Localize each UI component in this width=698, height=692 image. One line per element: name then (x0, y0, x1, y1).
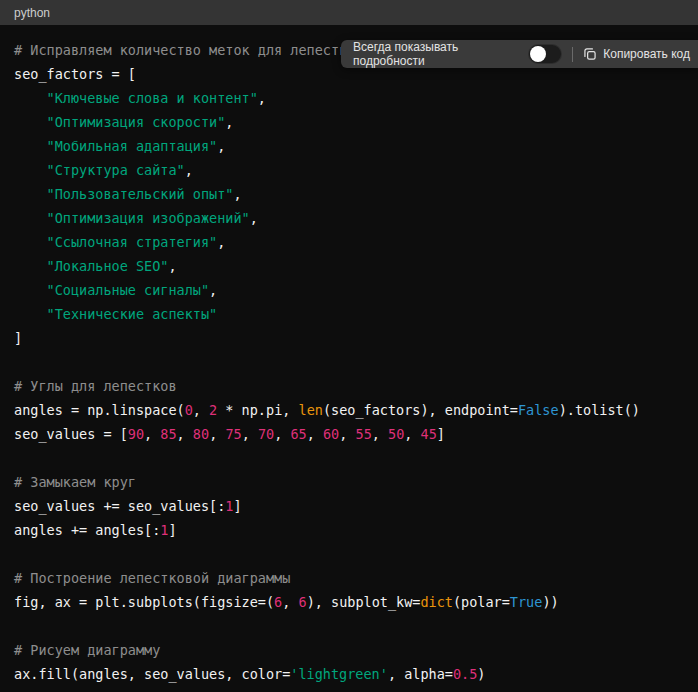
code-line: "Мобильная адаптация", (14, 134, 684, 158)
code-line: # Построение лепестковой диаграммы (14, 566, 684, 590)
copy-code-button[interactable]: Копировать код (583, 47, 690, 61)
code-token-string: "Ключевые слова и контент" (47, 90, 258, 106)
code-token-plain: , (193, 402, 209, 418)
code-line: "Социальные сигналы", (14, 278, 684, 302)
code-line (14, 542, 684, 566)
code-token-plain: , (217, 234, 225, 250)
toggle-label: Всегда показывать подробности (353, 40, 520, 68)
code-token-plain (14, 90, 47, 106)
code-token-keyword: False (518, 402, 559, 418)
code-token-number: 70 (258, 426, 274, 442)
code-token-plain (14, 210, 47, 226)
code-token-number: 65 (290, 426, 306, 442)
code-token-plain: ] (14, 330, 22, 346)
code-token-plain: ] (168, 522, 176, 538)
code-token-plain: (seo_factors), endpoint= (323, 402, 518, 418)
code-token-string: "Структура сайта" (47, 162, 185, 178)
code-token-plain: seo_values = [ (14, 426, 128, 442)
code-token-number: 75 (225, 426, 241, 442)
code-token-plain: , (372, 426, 388, 442)
code-token-plain: angles += angles[: (14, 522, 160, 538)
code-token-plain: , (209, 426, 225, 442)
code-token-number: 6 (299, 594, 307, 610)
code-line: seo_values = [90, 85, 80, 75, 70, 65, 60… (14, 422, 684, 446)
code-token-string: "Социальные сигналы" (47, 282, 210, 298)
code-token-number: 55 (356, 426, 372, 442)
code-line: angles += angles[:1] (14, 518, 684, 542)
code-token-plain: ] (437, 426, 445, 442)
code-token-comment: # Замыкаем круг (14, 474, 136, 490)
code-token-string: "Пользовательский опыт" (47, 186, 234, 202)
code-token-number: 0.5 (453, 666, 477, 682)
code-token-plain: angles = np.linspace( (14, 402, 185, 418)
code-line: "Пользовательский опыт", (14, 182, 684, 206)
code-token-plain: , (217, 138, 225, 154)
code-token-string: 'lightgreen' (290, 666, 388, 682)
code-line: # Рисуем диаграмму (14, 638, 684, 662)
code-line: "Оптимизация скорости", (14, 110, 684, 134)
code-token-comment: # Построение лепестковой диаграммы (14, 570, 290, 586)
code-token-plain (14, 114, 47, 130)
code-token-plain (14, 282, 47, 298)
code-token-builtin: dict (420, 594, 453, 610)
code-token-plain: , (258, 90, 266, 106)
code-token-number: 0 (185, 402, 193, 418)
code-token-plain: , (168, 258, 176, 274)
code-line: # Углы для лепестков (14, 374, 684, 398)
code-token-string: "Мобильная адаптация" (47, 138, 218, 154)
code-token-number: 80 (193, 426, 209, 442)
code-token-plain: fig, ax = plt.subplots(figsize=( (14, 594, 274, 610)
code-token-number: 85 (160, 426, 176, 442)
toolbar-divider (572, 47, 573, 62)
code-line: fig, ax = plt.subplots(figsize=(6, 6), s… (14, 590, 684, 614)
code-token-comment: # Рисуем диаграмму (14, 642, 160, 658)
code-token-plain: , (225, 114, 233, 130)
code-token-plain (14, 186, 47, 202)
details-toggle[interactable] (528, 44, 562, 64)
code-token-plain (14, 162, 47, 178)
code-token-string: "Оптимизация изображений" (47, 210, 250, 226)
code-token-plain: , (339, 426, 355, 442)
code-line: seo_values += seo_values[:1] (14, 494, 684, 518)
code-token-string: "Ссылочная стратегия" (47, 234, 218, 250)
code-token-plain (14, 258, 47, 274)
code-token-plain: , (242, 426, 258, 442)
code-line: "Технические аспекты" (14, 302, 684, 326)
code-token-plain: , (185, 162, 193, 178)
code-line (14, 614, 684, 638)
code-line: "Структура сайта", (14, 158, 684, 182)
code-token-plain: seo_factors = [ (14, 66, 136, 82)
code-token-plain: seo_values += seo_values[: (14, 498, 225, 514)
code-token-plain (14, 306, 47, 322)
code-token-plain: ] (233, 498, 241, 514)
code-token-plain: ).tolist() (559, 402, 640, 418)
code-token-plain: , (233, 186, 241, 202)
code-line: "Ключевые слова и контент", (14, 86, 684, 110)
code-token-plain: ), subplot_kw= (307, 594, 421, 610)
code-token-plain: ) (477, 666, 485, 682)
code-line: ax.fill(angles, seo_values, color='light… (14, 662, 684, 686)
code-token-plain: ax.fill(angles, seo_values, color= (14, 666, 290, 682)
code-token-plain: , (307, 426, 323, 442)
code-token-plain: , (209, 282, 217, 298)
language-label: python (14, 6, 50, 20)
code-token-number: 6 (274, 594, 282, 610)
code-token-plain: (polar= (453, 594, 510, 610)
code-token-plain: , (404, 426, 420, 442)
code-token-string: "Оптимизация скорости" (47, 114, 226, 130)
code-token-number: 60 (323, 426, 339, 442)
code-token-plain: * np.pi, (217, 402, 298, 418)
code-line (14, 446, 684, 470)
code-line: "Оптимизация изображений", (14, 206, 684, 230)
code-token-plain (14, 234, 47, 250)
code-token-number: 45 (421, 426, 437, 442)
code-token-plain: , (250, 210, 258, 226)
code-toolbar: Всегда показывать подробности Копировать… (341, 40, 698, 68)
code-line (14, 350, 684, 374)
copy-icon (583, 47, 597, 61)
toggle-knob (530, 46, 546, 62)
code-token-string: "Локальное SEO" (47, 258, 169, 274)
code-token-keyword: True (510, 594, 543, 610)
code-line: "Ссылочная стратегия", (14, 230, 684, 254)
code-token-comment: # Исправляем количество меток для лепест… (14, 42, 364, 58)
